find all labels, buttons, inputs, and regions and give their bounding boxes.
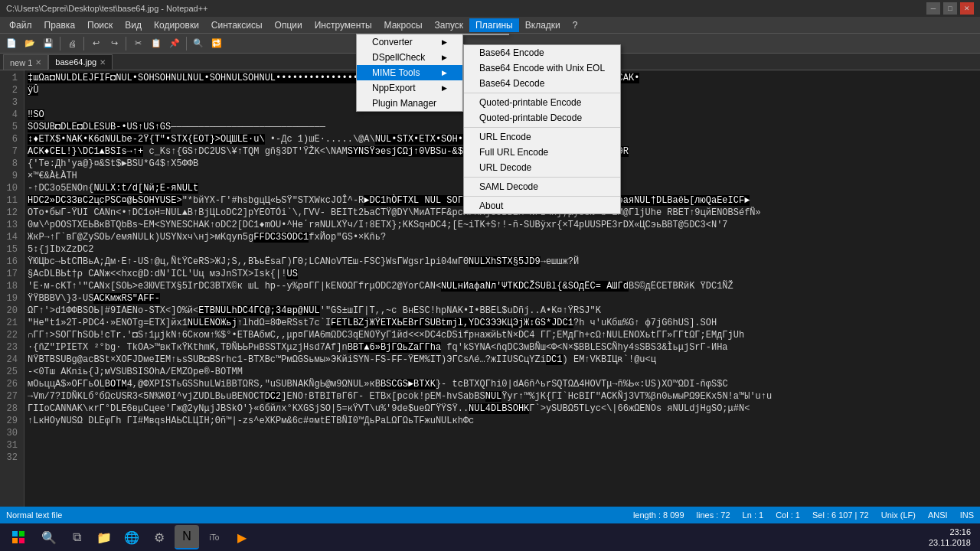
menu-plugins[interactable]: Плагины xyxy=(469,18,519,32)
line-22: ∩ΓΓ↑>SOΓΓhSOЬ!cТr.'◘S↑1μjkN↑6Cком↑%$°•ET… xyxy=(28,329,977,341)
svg-rect-0 xyxy=(12,531,18,536)
plugins-dspellcheck[interactable]: DSpellCheck xyxy=(357,50,462,65)
toolbar-copy[interactable]: 📋 xyxy=(148,35,165,52)
mime-qp-encode[interactable]: Quoted-printable Encode xyxy=(464,95,620,110)
mime-url-encode[interactable]: URL Encode xyxy=(464,129,620,145)
menu-bar: Файл Правка Поиск Вид Кодировки Синтакси… xyxy=(0,17,980,34)
menu-edit[interactable]: Правка xyxy=(38,18,82,32)
menu-syntax[interactable]: Синтаксисы xyxy=(205,18,269,32)
mime-base64-encode-unix[interactable]: Base64 Encode with Unix EOL xyxy=(464,60,620,76)
line-17: §AcDLBЬt†ρ CANж<<hxc@D:dN'ICL'Uц мэJnSTX… xyxy=(28,268,977,280)
mime-qp-decode[interactable]: Quoted-printable Decode xyxy=(464,110,620,126)
menu-view[interactable]: Вид xyxy=(119,18,148,32)
tab-new1[interactable]: new 1 ✕ xyxy=(3,54,48,70)
menu-search[interactable]: Поиск xyxy=(81,18,119,32)
tab-base64[interactable]: base64.jpg ✕ xyxy=(48,54,113,70)
mime-sep2 xyxy=(464,127,620,128)
menu-help[interactable]: ? xyxy=(567,18,584,32)
maximize-button[interactable]: □ xyxy=(943,2,957,15)
svg-rect-2 xyxy=(12,538,18,543)
mime-qp-encode-label: Quoted-printable Encode xyxy=(479,97,581,108)
menu-macros[interactable]: Макросы xyxy=(378,18,429,32)
toolbar-redo[interactable]: ↪ xyxy=(106,35,122,52)
plugins-converter-label: Converter xyxy=(372,37,413,47)
menu-file[interactable]: Файл xyxy=(3,18,38,32)
toolbar-sep2 xyxy=(83,37,84,51)
mime-about-label: About xyxy=(479,201,503,211)
taskbar-task-view[interactable]: ⧉ xyxy=(64,525,89,549)
toolbar-new[interactable]: 📄 xyxy=(3,35,20,52)
taskbar-edge[interactable]: 🌐 xyxy=(119,525,144,549)
status-ln: Ln : 1 xyxy=(743,510,764,520)
tab-base64-close[interactable]: ✕ xyxy=(100,58,106,67)
menu-encoding[interactable]: Кодировки xyxy=(148,18,205,32)
mime-submenu-popup: Base64 Encode Base64 Encode with Unix EO… xyxy=(463,44,621,214)
toolbar-replace[interactable]: 🔁 xyxy=(208,35,225,52)
line-28: ΓΙΙoCANNАK\кrΓ°DLE6вμСцее'Γж@2yΝμjJBSkO'… xyxy=(28,403,977,415)
mime-sep1 xyxy=(464,93,620,93)
taskbar-ito[interactable]: iTo xyxy=(202,525,227,549)
mime-url-decode-label: URL Decode xyxy=(479,162,531,173)
taskbar-vlc[interactable]: ▶ xyxy=(230,525,254,549)
line-30 xyxy=(28,427,977,439)
toolbar-paste[interactable]: 📌 xyxy=(166,35,183,52)
plugins-mime-tools[interactable]: MIME Tools xyxy=(357,65,462,80)
menu-tabs[interactable]: Вкладки xyxy=(519,18,567,32)
menu-options[interactable]: Опции xyxy=(269,18,309,32)
menu-run[interactable]: Запуск xyxy=(429,18,470,32)
plugins-converter[interactable]: Converter xyxy=(357,34,462,50)
converter-submenu-popup xyxy=(463,34,509,35)
mime-base64-encode[interactable]: Base64 Encode xyxy=(464,45,620,60)
mime-base64-decode[interactable]: Base64 Decode xyxy=(464,76,620,91)
mime-full-url-encode-label: Full URL Encode xyxy=(479,147,548,158)
status-lines: lines : 72 xyxy=(697,510,730,520)
taskbar-clock: 23:16 23.11.2018 xyxy=(929,527,977,548)
start-button[interactable] xyxy=(3,525,34,549)
mime-url-decode[interactable]: URL Decode xyxy=(464,160,620,175)
line-numbers: 1 2 3 4 5 6 7 8 9 10 11 12 13 14 15 16 1… xyxy=(0,70,24,507)
line-18: 'E·м-cKT↑'"CANx[SOЬ>e3ЮVETX§5IrDC3BTX©к … xyxy=(28,280,977,292)
plugins-dspellcheck-label: DSpellCheck xyxy=(372,52,425,63)
toolbar-find[interactable]: 🔍 xyxy=(190,35,207,52)
toolbar-save[interactable]: 💾 xyxy=(40,35,57,52)
taskbar-search[interactable]: 🔍 xyxy=(37,525,61,549)
line-14: ЖкP→↑Γ`вΓ@ZySOЬ/емяNULk)USYNхч\нj>мKqyn5… xyxy=(28,231,977,243)
taskbar-ito-label: iTo xyxy=(210,533,220,542)
line-21: "Не"t1»2Т-PDC4·»ENOTg=ETX]йx1NULENОЖьj↑l… xyxy=(28,317,977,329)
plugins-pluginmgr-label: Plugin Manager xyxy=(372,98,436,109)
mime-base64-encode-label: Base64 Encode xyxy=(479,47,544,58)
tab-new1-close[interactable]: ✕ xyxy=(35,58,41,67)
title-text: C:\Users\Ceprei\Desktop\test\base64.jpg … xyxy=(6,4,926,13)
plugins-nppexport-label: NppExport xyxy=(372,83,416,93)
mime-full-url-encode[interactable]: Full URL Encode xyxy=(464,145,620,160)
title-bar: C:\Users\Ceprei\Desktop\test\base64.jpg … xyxy=(0,0,980,17)
mime-base64-decode-label: Base64 Decode xyxy=(479,78,544,89)
mime-sep4 xyxy=(464,196,620,197)
toolbar-sep3 xyxy=(126,37,126,51)
toolbar-cut[interactable]: ✂ xyxy=(129,35,146,52)
status-bar: Normal text file length : 8 099 lines : … xyxy=(0,507,980,523)
toolbar-print[interactable]: 🖨 xyxy=(64,35,80,52)
plugins-plugin-manager[interactable]: Plugin Manager xyxy=(357,96,462,111)
line-25: -<0Tш АKniь{J;мVSUBSISOhA/EMZOре®-ВОТММ xyxy=(28,366,977,378)
mime-saml-decode[interactable]: SAML Decode xyxy=(464,179,620,194)
minimize-button[interactable]: ─ xyxy=(926,2,940,15)
line-32 xyxy=(28,452,977,464)
line-26: мОьццА$»OFΓьOLВОТМ4,@ФХΡΙSTьGSShuLWiBBTΩ… xyxy=(28,378,977,390)
line-15: 5↕{jΙbxZzDC2 xyxy=(28,243,977,256)
mime-sep3 xyxy=(464,177,620,178)
plugins-nppexport[interactable]: NppExport xyxy=(357,80,462,96)
taskbar-chrome[interactable]: ⚙ xyxy=(147,525,172,549)
status-col: Col : 1 xyxy=(776,510,800,520)
mime-base64-encode-unix-label: Base64 Encode with Unix EOL xyxy=(479,63,605,73)
mime-about[interactable]: About xyxy=(464,198,620,214)
svg-rect-3 xyxy=(19,538,24,543)
menu-tools[interactable]: Инструменты xyxy=(309,18,378,32)
taskbar-explorer[interactable]: 📁 xyxy=(92,525,116,549)
clock-date: 23.11.2018 xyxy=(929,537,971,548)
close-button[interactable]: ✕ xyxy=(960,2,974,15)
taskbar-notepad[interactable]: N xyxy=(175,525,199,549)
toolbar-undo[interactable]: ↩ xyxy=(87,35,104,52)
toolbar-open[interactable]: 📂 xyxy=(21,35,38,52)
tab-new1-label: new 1 xyxy=(10,58,32,67)
